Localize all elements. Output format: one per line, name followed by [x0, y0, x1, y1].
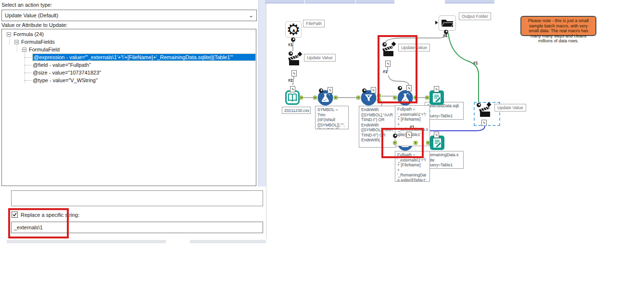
- question-anchor-icon[interactable]: [289, 51, 293, 56]
- tree-leader: [25, 80, 31, 81]
- tree-item-label-selected: @expression - value="'_externals\1'+'\'+…: [33, 54, 255, 61]
- input-anchor[interactable]: [356, 96, 360, 100]
- output-data-tool-2[interactable]: [430, 136, 444, 152]
- collapsed-field-box: [11, 190, 263, 206]
- tree-item-formula[interactable]: Formula (24): [7, 30, 44, 38]
- question-anchor-icon[interactable]: [362, 88, 366, 93]
- control-parameter-tool[interactable]: ⚙: [285, 21, 302, 37]
- tree-item-field[interactable]: @field - value="Fullpath": [25, 61, 91, 69]
- connection-label: #1: [288, 42, 292, 47]
- attribute-tree: Formula (24) FormulaFields FormulaField …: [1, 29, 256, 186]
- tree-item-label: FormulaFields: [21, 39, 55, 45]
- annotation-output2[interactable]: RemainingData.s qlite Query=Table1: [425, 151, 464, 169]
- question-anchor-icon[interactable]: [319, 88, 323, 93]
- action-tool-update-value-3[interactable]: [479, 105, 492, 121]
- tree-leader: [25, 73, 31, 73]
- up-arrow-icon: [291, 28, 296, 33]
- tree-item-formulafield[interactable]: FormulaField: [22, 46, 60, 53]
- connection-label: #1: [473, 61, 478, 65]
- bottom-scrollbar-gap: [166, 240, 190, 243]
- tree-item-label: @size - value="1073741823": [33, 70, 101, 75]
- lightning-anchor-icon[interactable]: ϟ: [434, 86, 439, 92]
- update-value-label-3: Update Value: [494, 104, 526, 112]
- input-anchor[interactable]: [425, 96, 429, 100]
- action-type-label: Select an action type:: [1, 2, 52, 8]
- annotation-formula1[interactable]: SYMBOL = Trim (IIF(IsNull ([SYMBOL]),"",…: [315, 106, 349, 129]
- comment-note[interactable]: Please note - this is just a small sampl…: [520, 16, 596, 36]
- output-folder-label: Output Folder: [459, 12, 491, 20]
- tree-item-expression[interactable]: @expression - value="'_externals\1'+'\'+…: [25, 53, 255, 61]
- collapse-icon[interactable]: [14, 40, 19, 44]
- chevron-down-icon: ⌄: [249, 13, 253, 18]
- lightning-anchor-icon[interactable]: ϟ: [371, 87, 376, 93]
- highlight-rectangle-replace: [8, 208, 69, 238]
- lightning-anchor-icon[interactable]: ϟ: [481, 120, 487, 126]
- connection-label: #1: [443, 33, 447, 38]
- lightning-anchor-icon[interactable]: ϟ: [328, 87, 333, 93]
- green-wire-folder-to-action[interactable]: [448, 33, 479, 102]
- collapse-icon[interactable]: [7, 32, 11, 37]
- tree-leader: [25, 57, 31, 58]
- folder-browse-tool[interactable]: [439, 15, 456, 31]
- update-value-label-1: Update Value: [304, 54, 336, 62]
- lightning-anchor-icon[interactable]: ϟ: [290, 86, 295, 92]
- tree-leader: [25, 65, 31, 65]
- connection-label: #2: [288, 78, 292, 83]
- folder-icon: [441, 18, 454, 28]
- tree-item-size[interactable]: @size - value="1073741823": [25, 69, 101, 76]
- clapperboard-icon: [479, 105, 492, 119]
- output-data-tool-1[interactable]: [429, 90, 444, 107]
- highlight-rectangle-bottom: [381, 128, 424, 158]
- action-type-value: Update Value (Default): [5, 12, 58, 18]
- input-arrow-icon: [435, 21, 438, 25]
- output-anchor[interactable]: [334, 96, 338, 100]
- input-anchor[interactable]: [426, 141, 430, 145]
- lightning-anchor-icon[interactable]: ϟ: [291, 70, 297, 76]
- collapse-icon[interactable]: [22, 48, 26, 52]
- question-anchor-icon[interactable]: [291, 37, 295, 42]
- filepath-label: FilePath: [303, 20, 325, 27]
- highlight-rectangle-top: [378, 35, 417, 103]
- action-tool-update-value-1[interactable]: [288, 54, 301, 69]
- attribute-to-update-label: Value or Attribute to Update:: [1, 22, 67, 28]
- annotation-input[interactable]: 20211230.csv: [282, 107, 311, 114]
- input-data-tool[interactable]: [285, 90, 300, 107]
- tree-item-label: FormulaField: [29, 47, 60, 52]
- tree-item-type[interactable]: @type - value="V_WString": [25, 76, 98, 84]
- bottom-scrollbar-track[interactable]: [7, 240, 266, 243]
- lightning-anchor-icon[interactable]: ϟ: [434, 132, 439, 138]
- tree-item-label: @type - value="V_WString": [33, 77, 98, 83]
- input-anchor[interactable]: [313, 96, 317, 100]
- question-anchor-icon[interactable]: [477, 103, 481, 107]
- document-pencil-icon: [429, 90, 444, 105]
- tree-item-label: Formula (24): [13, 31, 44, 37]
- output-anchor[interactable]: [299, 96, 303, 100]
- tree-item-formulafields[interactable]: FormulaFields: [14, 38, 55, 46]
- action-type-dropdown[interactable]: Update Value (Default) ⌄: [1, 10, 257, 21]
- book-icon: [285, 90, 300, 105]
- tree-item-label: @field - value="Fullpath": [33, 62, 91, 68]
